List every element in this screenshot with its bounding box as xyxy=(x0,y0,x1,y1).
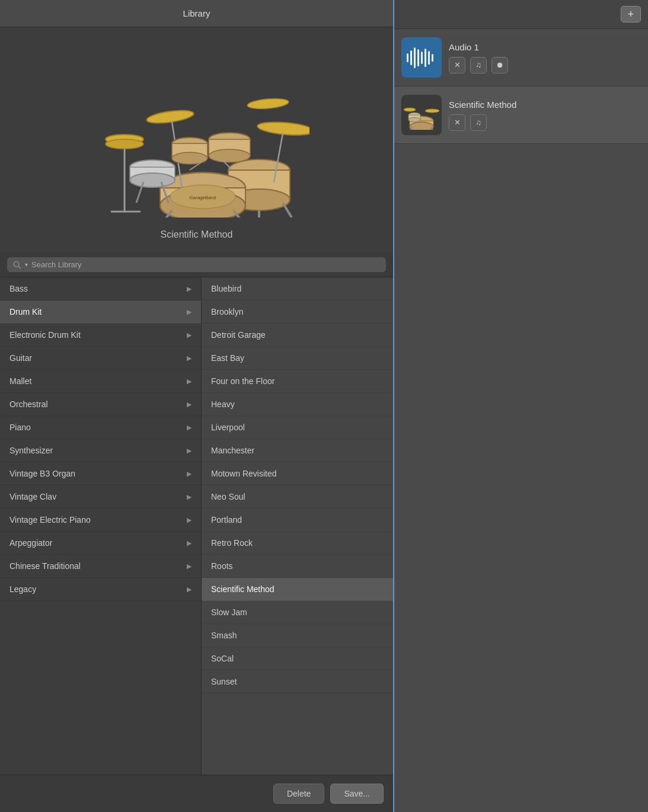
mini-drum-icon xyxy=(404,100,439,130)
subcategory-item-roots[interactable]: Roots xyxy=(202,555,393,578)
chevron-right-icon: ▶ xyxy=(187,378,191,385)
subcategory-label: East Bay xyxy=(211,353,244,363)
svg-rect-38 xyxy=(410,50,412,65)
track-thumbnail xyxy=(401,37,442,78)
svg-rect-41 xyxy=(421,52,423,64)
subcategory-label: Sunset xyxy=(211,677,237,686)
svg-point-19 xyxy=(106,139,143,149)
instrument-preview-area: GarageBand xyxy=(0,27,393,252)
category-item-bass[interactable]: Bass▶ xyxy=(0,277,201,300)
category-item-guitar[interactable]: Guitar▶ xyxy=(0,347,201,370)
chevron-right-icon: ▶ xyxy=(187,470,191,478)
track-record-button[interactable]: ⏺ xyxy=(491,57,508,73)
subcategory-item-socal[interactable]: SoCal xyxy=(202,647,393,670)
subcategory-label: Slow Jam xyxy=(211,608,247,617)
subcategory-item-scientific-method[interactable]: Scientific Method xyxy=(202,578,393,601)
lists-area: Bass▶Drum Kit▶Electronic Drum Kit▶Guitar… xyxy=(0,277,393,775)
track-mute-button[interactable]: ✕ xyxy=(449,57,465,73)
category-label: Vintage B3 Organ xyxy=(9,469,75,478)
subcategory-item-liverpool[interactable]: Liverpool xyxy=(202,416,393,439)
category-label: Drum Kit xyxy=(9,307,42,317)
subcategory-label: Motown Revisited xyxy=(211,469,277,478)
chevron-right-icon: ▶ xyxy=(187,285,191,293)
category-item-piano[interactable]: Piano▶ xyxy=(0,416,201,439)
category-item-vintage-b3-organ[interactable]: Vintage B3 Organ▶ xyxy=(0,462,201,485)
subcategory-item-retro-rock[interactable]: Retro Rock xyxy=(202,532,393,555)
subcategory-item-bluebird[interactable]: Bluebird xyxy=(202,277,393,300)
subcategory-item-neo-soul[interactable]: Neo Soul xyxy=(202,485,393,509)
subcategory-label: Retro Rock xyxy=(211,538,253,548)
svg-rect-39 xyxy=(414,47,416,68)
track-headphones-button[interactable]: ♫ xyxy=(470,57,487,73)
svg-line-5 xyxy=(283,203,292,218)
search-input[interactable] xyxy=(31,260,380,269)
svg-text:GarageBand: GarageBand xyxy=(189,195,216,200)
subcategory-item-four-on-the-floor[interactable]: Four on the Floor xyxy=(202,370,393,393)
category-label: Chinese Traditional xyxy=(9,561,81,571)
subcategory-item-manchester[interactable]: Manchester xyxy=(202,439,393,462)
bottom-buttons: Delete Save... xyxy=(0,775,393,812)
chevron-right-icon: ▶ xyxy=(187,562,191,570)
category-item-orchestral[interactable]: Orchestral▶ xyxy=(0,393,201,416)
svg-rect-43 xyxy=(428,51,430,65)
category-label: Vintage Clav xyxy=(9,492,56,501)
track-mute-button[interactable]: ✕ xyxy=(449,114,465,131)
track-item-audio-1[interactable]: Audio 1 ✕♫⏺ xyxy=(394,29,648,87)
track-panel: + Audio 1 ✕♫⏺ xyxy=(394,0,648,812)
subcategory-label: Bluebird xyxy=(211,284,241,293)
search-icon xyxy=(13,261,21,269)
save-button[interactable]: Save... xyxy=(330,784,384,804)
category-item-synthesizer[interactable]: Synthesizer▶ xyxy=(0,439,201,462)
library-title: Library xyxy=(183,8,210,18)
category-list: Bass▶Drum Kit▶Electronic Drum Kit▶Guitar… xyxy=(0,277,202,775)
chevron-right-icon: ▶ xyxy=(187,493,191,501)
search-chevron-icon: ▾ xyxy=(25,261,28,268)
subcategory-item-motown-revisited[interactable]: Motown Revisited xyxy=(202,462,393,485)
subcategory-item-sunset[interactable]: Sunset xyxy=(202,670,393,693)
category-label: Bass xyxy=(9,284,28,293)
search-input-wrapper[interactable]: ▾ xyxy=(7,257,386,272)
subcategory-item-heavy[interactable]: Heavy xyxy=(202,393,393,416)
category-item-electronic-drum-kit[interactable]: Electronic Drum Kit▶ xyxy=(0,324,201,347)
svg-rect-42 xyxy=(424,49,426,67)
svg-rect-37 xyxy=(407,53,408,62)
chevron-right-icon: ▶ xyxy=(187,516,191,524)
chevron-right-icon: ▶ xyxy=(187,401,191,408)
category-item-vintage-electric-piano[interactable]: Vintage Electric Piano▶ xyxy=(0,509,201,532)
category-label: Synthesizer xyxy=(9,446,53,455)
chevron-right-icon: ▶ xyxy=(187,354,191,362)
subcategory-label: Heavy xyxy=(211,399,235,409)
subcategory-item-slow-jam[interactable]: Slow Jam xyxy=(202,601,393,624)
add-track-button[interactable]: + xyxy=(621,6,641,23)
subcategory-item-smash[interactable]: Smash xyxy=(202,624,393,647)
track-item-scientific-method[interactable]: Scientific Method ✕♫ xyxy=(394,87,648,144)
svg-rect-40 xyxy=(417,49,419,66)
category-label: Arpeggiator xyxy=(9,538,52,548)
subcategory-item-portland[interactable]: Portland xyxy=(202,509,393,532)
waveform-icon xyxy=(404,44,439,71)
category-item-arpeggiator[interactable]: Arpeggiator▶ xyxy=(0,532,201,555)
svg-rect-44 xyxy=(432,54,433,62)
category-item-vintage-clav[interactable]: Vintage Clav▶ xyxy=(0,485,201,509)
chevron-right-icon: ▶ xyxy=(187,308,191,316)
category-item-mallet[interactable]: Mallet▶ xyxy=(0,370,201,393)
category-item-chinese-traditional[interactable]: Chinese Traditional▶ xyxy=(0,555,201,578)
subcategory-list: BluebirdBrooklynDetroit GarageEast BayFo… xyxy=(202,277,393,775)
subcategory-item-east-bay[interactable]: East Bay xyxy=(202,347,393,370)
category-item-drum-kit[interactable]: Drum Kit▶ xyxy=(0,300,201,324)
subcategory-item-detroit-garage[interactable]: Detroit Garage xyxy=(202,324,393,347)
subcategory-item-brooklyn[interactable]: Brooklyn xyxy=(202,300,393,324)
track-headphones-button[interactable]: ♫ xyxy=(470,114,487,131)
track-thumbnail xyxy=(401,95,442,135)
svg-point-15 xyxy=(130,173,175,187)
subcategory-label: Detroit Garage xyxy=(211,330,266,340)
subcategory-label: Brooklyn xyxy=(211,307,243,317)
instrument-name-label: Scientific Method xyxy=(161,229,233,240)
subcategory-label: Neo Soul xyxy=(211,492,245,501)
category-item-legacy[interactable]: Legacy▶ xyxy=(0,578,201,601)
library-header: Library xyxy=(0,0,393,27)
delete-button[interactable]: Delete xyxy=(273,784,324,804)
track-list: Audio 1 ✕♫⏺ Scientific Method xyxy=(394,29,648,812)
category-label: Legacy xyxy=(9,584,36,594)
svg-point-28 xyxy=(172,152,208,164)
